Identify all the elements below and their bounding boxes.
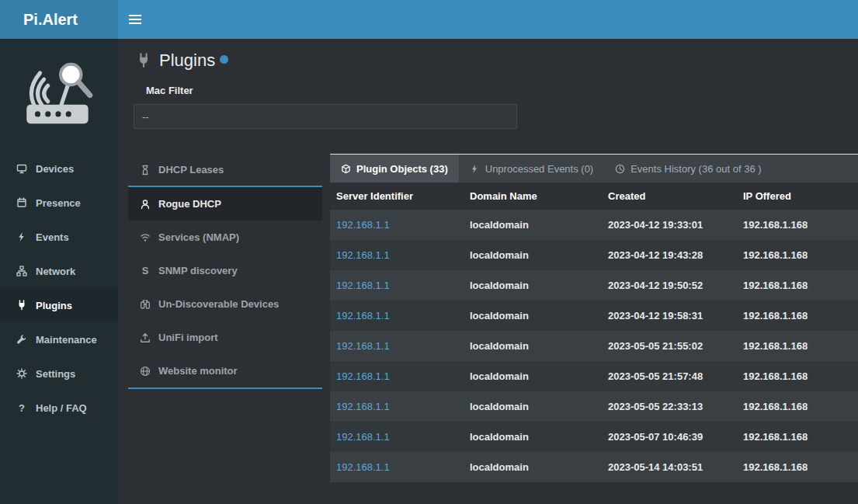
binoculars-icon	[139, 299, 151, 310]
table-cell: 2023-04-12 19:50:52	[602, 270, 737, 301]
plugin-item-snmp-discovery[interactable]: S SNMP discovery	[128, 254, 322, 287]
mac-filter-select[interactable]: --	[134, 104, 517, 129]
pialert-logo	[0, 39, 118, 151]
question-icon: ?	[16, 402, 28, 414]
tab-plugin-objects[interactable]: Plugin Objects (33)	[330, 155, 459, 182]
table-row: 192.168.1.1localdomain2023-05-05 21:55:0…	[330, 331, 858, 361]
table-cell: localdomain	[464, 361, 602, 391]
help-badge[interactable]	[220, 55, 228, 64]
table-cell: 192.168.1.168	[737, 361, 858, 391]
server-identifier-link[interactable]: 192.168.1.1	[336, 249, 390, 261]
gear-icon	[16, 368, 28, 379]
plugin-list: DHCP Leases Rogue DHCP Services (NMAP) S…	[128, 154, 322, 389]
table-cell: localdomain	[464, 301, 602, 331]
column-header-ip-offered: IP Offered	[737, 182, 858, 210]
globe-icon	[139, 366, 151, 377]
table-row: 192.168.1.1localdomain2023-05-05 21:57:4…	[330, 361, 858, 391]
table-cell: 192.168.1.168	[737, 240, 858, 270]
column-header-domain-name: Domain Name	[464, 182, 602, 210]
user-icon	[139, 199, 151, 210]
table-row: 192.168.1.1localdomain2023-04-12 19:58:3…	[330, 301, 858, 331]
table-cell: 192.168.1.1	[330, 391, 464, 422]
tab-bar: Plugin Objects (33) Unprocessed Events (…	[330, 154, 858, 182]
bolt-icon	[16, 231, 28, 242]
hamburger-icon	[129, 15, 141, 24]
table-cell: 192.168.1.168	[737, 301, 858, 331]
sidebar-item-label: Maintenance	[36, 334, 97, 346]
plugin-objects-table: Server Identifier Domain Name Created IP…	[330, 182, 858, 482]
mac-filter-value: --	[142, 111, 149, 123]
top-navbar: Pi.Alert	[0, 0, 858, 39]
wifi-icon	[139, 232, 151, 243]
plugin-item-label: Website monitor	[158, 365, 238, 377]
tab-label: Plugin Objects (33)	[356, 163, 448, 175]
column-header-created: Created	[602, 182, 737, 210]
sidebar-item-label: Presence	[36, 197, 81, 209]
table-cell: 192.168.1.1	[330, 270, 464, 301]
sidebar-toggle-button[interactable]	[118, 0, 152, 39]
page-header: Plugins	[118, 39, 858, 71]
brand[interactable]: Pi.Alert	[0, 0, 118, 39]
wrench-icon	[16, 334, 28, 345]
server-identifier-link[interactable]: 192.168.1.1	[336, 219, 390, 231]
network-icon	[16, 266, 28, 276]
table-cell: 192.168.1.168	[737, 331, 858, 361]
table-cell: localdomain	[464, 270, 602, 301]
tab-unprocessed-events[interactable]: Unprocessed Events (0)	[459, 155, 604, 182]
server-identifier-link[interactable]: 192.168.1.1	[336, 401, 390, 412]
plugin-item-unifi-import[interactable]: UniFi import	[128, 321, 322, 354]
table-row: 192.168.1.1localdomain2023-04-12 19:43:2…	[330, 240, 858, 270]
table-row: 192.168.1.1localdomain2023-05-07 10:46:3…	[330, 422, 858, 452]
table-cell: 192.168.1.1	[330, 331, 464, 361]
table-cell: 2023-05-05 22:33:13	[602, 391, 737, 422]
plugin-item-label: DHCP Leases	[158, 164, 224, 176]
table-cell: 2023-05-05 21:57:48	[602, 361, 737, 391]
plugin-item-rogue-dhcp[interactable]: Rogue DHCP	[128, 187, 322, 221]
plugin-item-services-nmap[interactable]: Services (NMAP)	[128, 221, 322, 254]
server-identifier-link[interactable]: 192.168.1.1	[336, 340, 390, 352]
server-identifier-link[interactable]: 192.168.1.1	[336, 370, 390, 382]
plug-icon	[136, 53, 151, 68]
plugin-item-dhcp-leases[interactable]: DHCP Leases	[128, 154, 322, 187]
page-title: Plugins	[159, 50, 215, 71]
plugin-item-undiscoverable-devices[interactable]: Un-Discoverable Devices	[128, 287, 322, 321]
sidebar-item-presence[interactable]: Presence	[0, 186, 118, 220]
server-identifier-link[interactable]: 192.168.1.1	[336, 310, 390, 322]
table-cell: 192.168.1.168	[737, 391, 858, 422]
sidebar-item-maintenance[interactable]: Maintenance	[0, 322, 118, 356]
sidebar-item-settings[interactable]: Settings	[0, 356, 118, 391]
presence-icon	[16, 197, 28, 208]
hourglass-icon	[139, 165, 151, 176]
plugins-layout: DHCP Leases Rogue DHCP Services (NMAP) S…	[118, 154, 858, 482]
table-header-row: Server Identifier Domain Name Created IP…	[330, 182, 858, 210]
table-row: 192.168.1.1localdomain2023-04-12 19:50:5…	[330, 270, 858, 301]
table-cell: 192.168.1.1	[330, 240, 464, 270]
sidebar-item-devices[interactable]: Devices	[0, 151, 118, 186]
sidebar-item-plugins[interactable]: Plugins	[0, 288, 118, 322]
server-identifier-link[interactable]: 192.168.1.1	[336, 431, 390, 443]
plugin-item-website-monitor[interactable]: Website monitor	[128, 354, 322, 388]
sidebar-item-events[interactable]: Events	[0, 220, 118, 254]
mac-filter-label: Mac Filter	[146, 85, 858, 96]
table-cell: 2023-05-07 10:46:39	[602, 422, 737, 452]
tab-label: Unprocessed Events (0)	[485, 163, 593, 175]
sidebar: Devices Presence Events Network Plugins	[0, 39, 118, 504]
sidebar-item-label: Events	[36, 231, 69, 243]
tab-events-history[interactable]: Events History (36 out of 36 )	[604, 155, 772, 182]
sidebar-item-network[interactable]: Network	[0, 254, 118, 288]
cube-icon	[341, 164, 351, 174]
table-cell: 192.168.1.1	[330, 452, 464, 482]
table-cell: localdomain	[464, 210, 602, 240]
table-cell: 2023-04-12 19:58:31	[602, 301, 737, 331]
sidebar-item-label: Help / FAQ	[36, 402, 87, 414]
server-identifier-link[interactable]: 192.168.1.1	[336, 280, 390, 291]
sidebar-item-help-faq[interactable]: ? Help / FAQ	[0, 391, 118, 425]
table-body: 192.168.1.1localdomain2023-04-12 19:33:0…	[330, 210, 858, 482]
clock-icon	[615, 164, 625, 174]
server-identifier-link[interactable]: 192.168.1.1	[336, 461, 390, 473]
table-cell: 2023-04-12 19:33:01	[602, 210, 737, 240]
table-cell: 192.168.1.168	[737, 270, 858, 301]
bolt-icon	[470, 164, 480, 174]
plugin-item-label: Un-Discoverable Devices	[158, 298, 279, 310]
table-cell: 192.168.1.168	[737, 210, 858, 240]
